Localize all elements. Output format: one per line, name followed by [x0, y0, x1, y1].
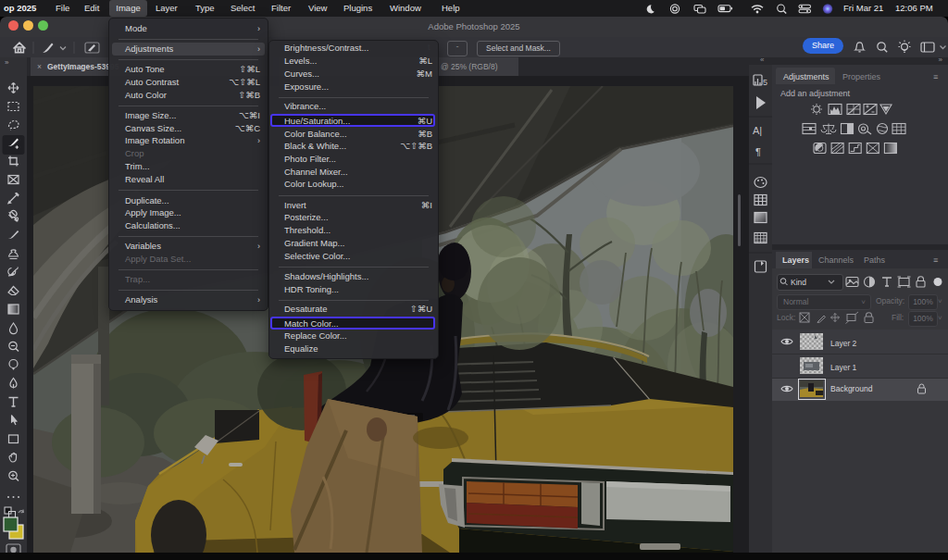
- svg-text:5: 5: [763, 78, 767, 87]
- svg-text:Kind: Kind: [791, 278, 806, 287]
- svg-text:¶: ¶: [755, 146, 761, 157]
- svg-text:A|: A|: [753, 125, 762, 136]
- svg-text:»: »: [5, 58, 9, 67]
